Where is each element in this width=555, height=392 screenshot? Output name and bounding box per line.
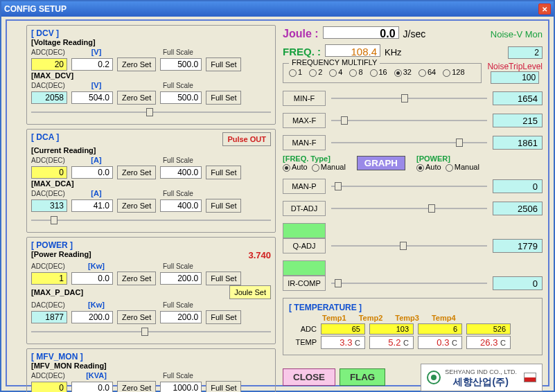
mult-radio-8[interactable] <box>349 69 357 77</box>
mult-radio-2[interactable] <box>309 69 317 77</box>
qadj-slider[interactable] <box>331 240 487 252</box>
power-fs1[interactable] <box>160 272 202 285</box>
graph-button[interactable]: GRAPH <box>357 156 405 170</box>
freq-label: FREQ. : <box>283 46 321 57</box>
titlebar[interactable]: CONFIG SETUP ✕ <box>1 1 554 17</box>
ircomp-slider[interactable] <box>331 277 487 289</box>
power-fs2[interactable] <box>160 311 202 323</box>
dtadj-slider[interactable] <box>331 202 487 215</box>
power-adc2[interactable] <box>31 311 67 323</box>
temp-header: [ TEMPERATURE ] <box>289 303 362 312</box>
powertype-auto-radio[interactable] <box>416 164 424 172</box>
pulse-out-button[interactable]: Pulse OUT <box>222 132 271 146</box>
freqtype-manual-lbl: Manual <box>321 163 346 171</box>
dca-slider[interactable] <box>31 214 271 226</box>
dca-fs1[interactable] <box>160 166 202 179</box>
dcv-fs2[interactable] <box>160 91 202 104</box>
dcv-fullset1[interactable]: Full Set <box>206 57 241 71</box>
manf-button[interactable]: MAN-F <box>283 135 326 150</box>
dca-zeroset2[interactable]: Zero Set <box>117 199 156 213</box>
dca-unit: [A] <box>76 156 117 164</box>
noisev-label: Noise-V Mon <box>491 29 543 39</box>
dcv-v1[interactable] <box>71 58 113 71</box>
dca-header: [ DCA ] <box>31 132 59 146</box>
ircomp-button[interactable]: IR-COMP <box>283 276 326 291</box>
mfv-panel: [ MFV_MON ] [MFV_MON Reading] ADC(DEC) [… <box>26 348 276 392</box>
mult-radio-1[interactable] <box>289 69 297 77</box>
freq-value: 108.4 <box>325 44 380 57</box>
manp-button[interactable]: MAN-P <box>283 179 326 194</box>
temp3-lbl: Temp3 <box>395 314 419 322</box>
freqtype-manual-radio[interactable] <box>312 164 319 172</box>
dca-adc1[interactable] <box>31 166 67 179</box>
minf-button[interactable]: MIN-F <box>283 91 326 106</box>
noisetrip-value[interactable] <box>491 71 539 84</box>
minf-value: 1654 <box>493 91 543 105</box>
mult-lbl-128: 128 <box>452 68 464 76</box>
power-slider[interactable] <box>31 326 271 338</box>
dcv-fullset2[interactable]: Full Set <box>206 91 241 105</box>
temp-temp-lbl: TEMP <box>289 338 317 346</box>
power-zeroset1[interactable]: Zero Set <box>117 271 156 285</box>
dca-a1[interactable] <box>71 166 113 179</box>
flag-button[interactable]: FLAG <box>340 368 385 386</box>
company-ko: 세향산업(주) <box>453 376 508 387</box>
mfv-kva1[interactable] <box>71 382 113 392</box>
temp-v2: 5.2 <box>388 337 400 348</box>
qadj-button[interactable]: Q-ADJ <box>283 238 326 253</box>
dca-fullset1[interactable]: Full Set <box>206 166 241 179</box>
temp2-lbl: Temp2 <box>359 314 383 322</box>
minf-slider[interactable] <box>331 92 487 105</box>
joule-set-button[interactable]: Joule Set <box>229 285 271 299</box>
green-indicator-1 <box>283 223 326 238</box>
dtadj-button[interactable]: DT-ADJ <box>283 201 326 216</box>
dca-dacdec: DAC(DEC) <box>31 190 71 197</box>
dca-fs-lbl: Full Scale <box>163 157 204 164</box>
dcv-zeroset1[interactable]: Zero Set <box>117 57 156 71</box>
mult-radio-64[interactable] <box>419 69 426 77</box>
power-kw1[interactable] <box>71 272 113 285</box>
mfv-unit: [KVA] <box>76 371 117 380</box>
joule-unit: J/sec <box>403 28 426 39</box>
dcv-fs1[interactable] <box>160 58 202 71</box>
temp-adc1: 65 <box>321 323 365 335</box>
window-title: CONFIG SETUP <box>4 4 67 14</box>
dcv-zeroset2[interactable]: Zero Set <box>117 91 156 105</box>
dca-fs2[interactable] <box>160 199 202 212</box>
qadj-value: 1779 <box>493 239 543 253</box>
manp-slider[interactable] <box>331 180 487 193</box>
power-fullset2[interactable]: Full Set <box>206 310 241 324</box>
mfv-fs1[interactable] <box>160 382 202 392</box>
dca-a2[interactable] <box>71 199 113 212</box>
mfv-fullset1[interactable]: Full Set <box>206 381 241 392</box>
power-adc1[interactable] <box>31 272 67 285</box>
freqtype-auto-radio[interactable] <box>283 164 290 172</box>
dcv-slider[interactable] <box>31 106 271 118</box>
mult-radio-4[interactable] <box>329 69 337 77</box>
powertype-manual-radio[interactable] <box>446 164 453 172</box>
maxf-slider[interactable] <box>331 114 487 127</box>
dca-adc2[interactable] <box>31 199 67 212</box>
mult-radio-128[interactable] <box>443 69 450 77</box>
mult-radio-32[interactable] <box>394 69 402 77</box>
manp-value: 0 <box>493 179 543 193</box>
dca-fullset2[interactable]: Full Set <box>206 199 241 213</box>
mfv-zeroset1[interactable]: Zero Set <box>117 381 156 392</box>
power-fullset1[interactable]: Full Set <box>206 271 241 285</box>
maxf-button[interactable]: MAX-F <box>283 113 326 128</box>
power-zeroset2[interactable]: Zero Set <box>117 310 156 324</box>
noisev-value[interactable] <box>508 46 543 59</box>
close-icon[interactable]: ✕ <box>538 3 551 15</box>
manf-slider[interactable] <box>331 136 487 149</box>
dcv-v2[interactable] <box>71 91 113 104</box>
power-kw2[interactable] <box>71 311 113 323</box>
dcv-adc1[interactable] <box>31 58 67 71</box>
close-button[interactable]: CLOSE <box>283 368 335 386</box>
freq-mult-radios: 1248163264128 <box>289 68 475 77</box>
mult-radio-16[interactable] <box>370 69 378 77</box>
dcv-adc2[interactable] <box>31 91 67 104</box>
dca-panel: [ DCA ] Pulse OUT [Current Reading] ADC(… <box>26 129 276 233</box>
mfv-adc1[interactable] <box>31 382 67 392</box>
dca-zeroset1[interactable]: Zero Set <box>117 166 156 179</box>
dca-fs-lbl2: Full Scale <box>163 190 204 197</box>
